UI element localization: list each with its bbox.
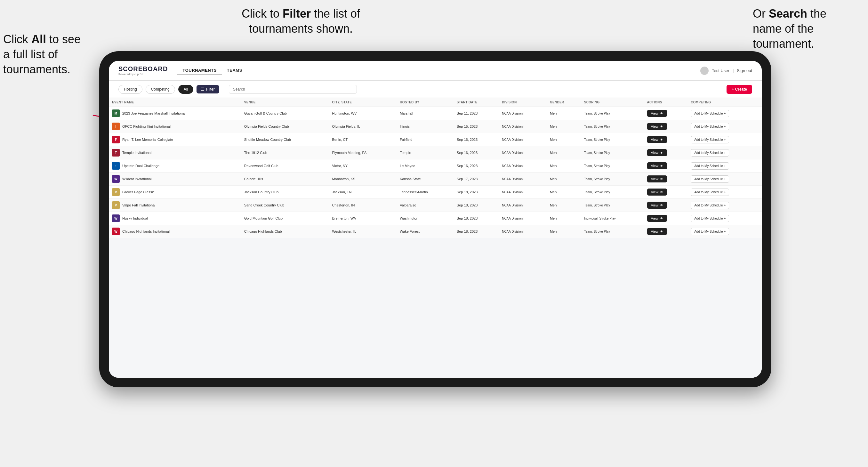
cell-actions: View 👁 (644, 146, 688, 159)
cell-event-name: ↑ Upstate Dual Challenge (109, 159, 241, 173)
table-row: W Chicago Highlands Invitational Chicago… (109, 225, 762, 238)
cell-competing: Add to My Schedule + (687, 107, 762, 120)
view-button[interactable]: View 👁 (647, 201, 667, 209)
cell-division: NCAA Division I (499, 186, 547, 199)
event-name-text: Husky Individual (122, 216, 148, 220)
view-button[interactable]: View 👁 (647, 215, 667, 222)
cell-scoring: Team, Stroke Play (581, 159, 644, 173)
add-to-schedule-button[interactable]: Add to My Schedule + (691, 149, 729, 157)
view-button[interactable]: View 👁 (647, 123, 667, 130)
cell-event-name: I OFCC Fighting Illini Invitational (109, 120, 241, 133)
col-start-date: START DATE (454, 98, 499, 107)
cell-gender: Men (547, 186, 581, 199)
cell-competing: Add to My Schedule + (687, 120, 762, 133)
add-to-schedule-button[interactable]: Add to My Schedule + (691, 123, 729, 130)
add-to-schedule-button[interactable]: Add to My Schedule + (691, 176, 729, 183)
cell-gender: Men (547, 173, 581, 186)
tab-hosting[interactable]: Hosting (118, 85, 143, 94)
cell-scoring: Team, Stroke Play (581, 199, 644, 212)
nav-tab-tournaments[interactable]: TOURNAMENTS (177, 66, 221, 75)
cell-city-state: Bremerton, WA (329, 212, 397, 225)
table-row: F Ryan T. Lee Memorial Collegiate Shuttl… (109, 133, 762, 146)
cell-start-date: Sep 18, 2023 (454, 199, 499, 212)
event-name-text: 2023 Joe Feaganes Marshall Invitational (122, 112, 186, 115)
cell-city-state: Chesterton, IN (329, 199, 397, 212)
annotation-top-right: Or Search thename of thetournament. (753, 6, 862, 51)
team-logo: W (112, 214, 120, 222)
table-row: ↑ Upstate Dual Challenge Ravenwood Golf … (109, 159, 762, 173)
eye-icon: 👁 (660, 190, 663, 194)
user-name: Test User (712, 68, 730, 73)
add-to-schedule-button[interactable]: Add to My Schedule + (691, 110, 729, 117)
add-to-schedule-button[interactable]: Add to My Schedule + (691, 201, 729, 209)
tab-competing[interactable]: Competing (146, 85, 175, 94)
cell-start-date: Sep 16, 2023 (454, 133, 499, 146)
event-name-text: Grover Page Classic (122, 190, 155, 194)
add-to-schedule-button[interactable]: Add to My Schedule + (691, 215, 729, 222)
cell-actions: View 👁 (644, 173, 688, 186)
nav-tab-teams[interactable]: TEAMS (222, 66, 247, 75)
cell-gender: Men (547, 146, 581, 159)
cell-division: NCAA Division I (499, 120, 547, 133)
view-button[interactable]: View 👁 (647, 136, 667, 143)
annotation-top-center: Click to Filter the list oftournaments s… (205, 6, 397, 36)
add-to-schedule-button[interactable]: Add to My Schedule + (691, 162, 729, 169)
table-row: V Grover Page Classic Jackson Country Cl… (109, 186, 762, 199)
view-button[interactable]: View 👁 (647, 162, 667, 169)
eye-icon: 👁 (660, 151, 663, 155)
cell-actions: View 👁 (644, 212, 688, 225)
cell-actions: View 👁 (644, 107, 688, 120)
search-input[interactable] (229, 85, 357, 94)
cell-start-date: Sep 15, 2023 (454, 120, 499, 133)
sign-out-link[interactable]: Sign out (737, 68, 752, 73)
cell-event-name: V Grover Page Classic (109, 186, 241, 199)
cell-competing: Add to My Schedule + (687, 173, 762, 186)
view-button[interactable]: View 👁 (647, 189, 667, 195)
team-logo: F (112, 136, 120, 144)
filter-button[interactable]: ☰ Filter (196, 85, 219, 93)
cell-venue: Ravenwood Golf Club (241, 159, 329, 173)
cell-start-date: Sep 17, 2023 (454, 173, 499, 186)
view-button[interactable]: View 👁 (647, 228, 667, 235)
team-logo: T (112, 149, 120, 157)
cell-start-date: Sep 11, 2023 (454, 107, 499, 120)
cell-actions: View 👁 (644, 120, 688, 133)
col-city-state: CITY, STATE (329, 98, 397, 107)
annotation-left: Click All to seea full list oftournament… (3, 32, 93, 77)
cell-city-state: Manhattan, KS (329, 173, 397, 186)
cell-division: NCAA Division I (499, 146, 547, 159)
cell-venue: Jackson Country Club (241, 186, 329, 199)
view-button[interactable]: View 👁 (647, 176, 667, 182)
add-to-schedule-button[interactable]: Add to My Schedule + (691, 136, 729, 144)
col-competing: COMPETING (687, 98, 762, 107)
cell-event-name: T Temple Invitational (109, 146, 241, 159)
cell-gender: Men (547, 199, 581, 212)
cell-city-state: Westchester, IL (329, 225, 397, 238)
cell-start-date: Sep 18, 2023 (454, 186, 499, 199)
cell-event-name: M 2023 Joe Feaganes Marshall Invitationa… (109, 107, 241, 120)
col-scoring: SCORING (581, 98, 644, 107)
cell-venue: Sand Creek Country Club (241, 199, 329, 212)
cell-scoring: Individual, Stroke Play (581, 212, 644, 225)
app-header: SCOREBOARD Powered by clipp'd TOURNAMENT… (109, 61, 762, 81)
tab-all[interactable]: All (178, 85, 193, 94)
cell-scoring: Team, Stroke Play (581, 146, 644, 159)
add-to-schedule-button[interactable]: Add to My Schedule + (691, 189, 729, 196)
tournaments-table: EVENT NAME VENUE CITY, STATE HOSTED BY S… (109, 98, 762, 238)
cell-venue: Colbert Hills (241, 173, 329, 186)
view-button[interactable]: View 👁 (647, 149, 667, 156)
cell-competing: Add to My Schedule + (687, 159, 762, 173)
cell-city-state: Huntington, WV (329, 107, 397, 120)
cell-city-state: Victor, NY (329, 159, 397, 173)
eye-icon: 👁 (660, 112, 663, 115)
create-button[interactable]: + Create (726, 85, 752, 94)
event-name-text: Temple Invitational (122, 151, 151, 155)
eye-icon: 👁 (660, 204, 663, 207)
view-button[interactable]: View 👁 (647, 110, 667, 117)
cell-gender: Men (547, 225, 581, 238)
cell-city-state: Berlin, CT (329, 133, 397, 146)
cell-scoring: Team, Stroke Play (581, 186, 644, 199)
cell-division: NCAA Division I (499, 159, 547, 173)
add-to-schedule-button[interactable]: Add to My Schedule + (691, 228, 729, 235)
eye-icon: 👁 (660, 217, 663, 220)
